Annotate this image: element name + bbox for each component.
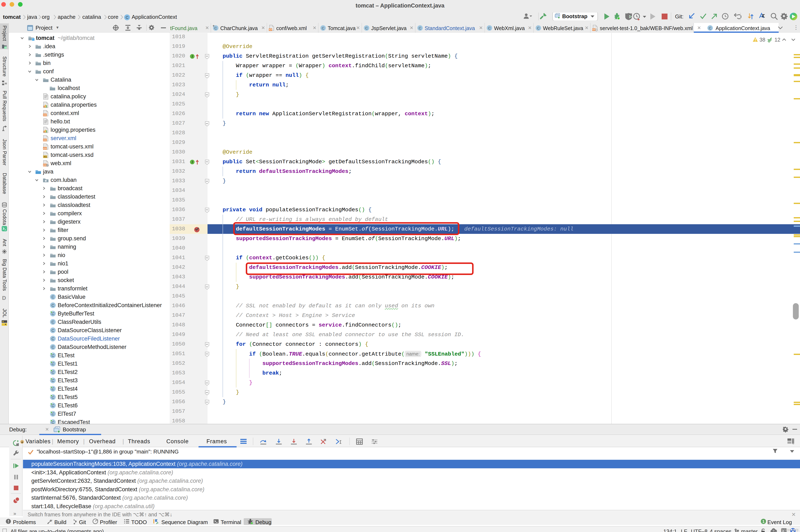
svg-text:<>: <>: [43, 147, 47, 150]
svg-text:C: C: [365, 26, 368, 30]
svg-text:C: C: [537, 26, 540, 30]
svg-text:C: C: [419, 26, 421, 30]
svg-text:Git:: Git:: [675, 13, 684, 20]
svg-text:XS: XS: [43, 155, 47, 158]
svg-text:12: 12: [775, 37, 780, 43]
svg-text:C: C: [488, 26, 491, 30]
svg-text:<>: <>: [269, 28, 272, 31]
svg-text:?: ?: [772, 529, 774, 532]
svg-text:C: C: [126, 15, 129, 20]
svg-text:C: C: [52, 303, 54, 307]
svg-text:Bootstrap: Bootstrap: [562, 13, 587, 19]
svg-text:C: C: [52, 345, 54, 349]
svg-text:C: C: [52, 320, 54, 324]
svg-text:<>: <>: [43, 113, 47, 116]
svg-text:I: I: [192, 160, 193, 164]
svg-text:<>: <>: [43, 138, 47, 141]
svg-text:38: 38: [760, 37, 765, 43]
svg-text:<>: <>: [43, 164, 47, 167]
svg-text:C: C: [709, 26, 711, 30]
svg-text:C: C: [52, 295, 54, 299]
svg-text:C: C: [322, 26, 324, 30]
svg-text:C: C: [52, 337, 54, 341]
svg-text:<>: <>: [593, 28, 595, 31]
svg-text:I: I: [192, 55, 193, 58]
svg-text:C: C: [52, 328, 54, 332]
svg-text:1: 1: [762, 519, 764, 524]
svg-text:C: C: [214, 26, 217, 30]
